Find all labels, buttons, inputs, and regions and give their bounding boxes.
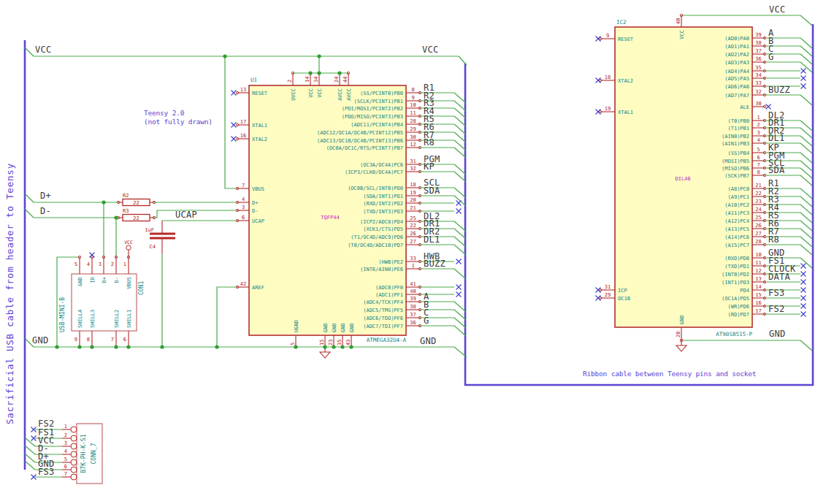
no-connect-icon bbox=[596, 296, 601, 301]
pin-number: 37 bbox=[755, 48, 761, 54]
pin-number: 28 bbox=[755, 239, 761, 245]
ic-ic2[interactable]: IC2AT90S8515-PDIL409RESET18XTAL219XTAL13… bbox=[596, 14, 813, 341]
junction-dot bbox=[340, 345, 344, 348]
net-label[interactable]: G bbox=[768, 52, 774, 62]
pin-name: GND bbox=[349, 323, 355, 332]
pin-number: 18 bbox=[410, 182, 416, 188]
net-label[interactable]: GND bbox=[32, 335, 49, 345]
no-connect-icon bbox=[596, 110, 601, 115]
net-label[interactable]: BUZZ bbox=[768, 85, 790, 95]
junction-dot bbox=[114, 345, 118, 348]
no-connect-icon bbox=[801, 296, 806, 301]
pin-name: (ADC13/OC1B/OC4B/PCINT13)PB6 bbox=[317, 138, 403, 144]
pin-number: 2 bbox=[757, 122, 760, 128]
pin-number: 6 bbox=[242, 215, 245, 221]
resistor-r2[interactable]: R222 bbox=[117, 193, 155, 206]
net-label[interactable]: FS2 bbox=[768, 304, 785, 314]
no-connect-icon bbox=[801, 312, 806, 317]
pin-name: ALE bbox=[740, 104, 749, 110]
pin-number: 11 bbox=[755, 260, 761, 266]
pin-number: 38 bbox=[410, 304, 416, 310]
pin-name: (OC0A/OC1C/RTS/PCINT7)PB7 bbox=[326, 145, 403, 151]
connector-conn7[interactable]: 1234567B7K-PH-K-S1CONN_7 bbox=[62, 424, 102, 484]
bus-entry bbox=[800, 213, 812, 223]
net-label[interactable]: GND bbox=[420, 336, 437, 346]
pin-number: 21 bbox=[410, 205, 416, 211]
net-label[interactable]: R8 bbox=[768, 234, 779, 245]
pin-name: (RXD/INT2)PD2 bbox=[363, 201, 403, 207]
pin-circle bbox=[71, 474, 77, 480]
pin-name: VCC bbox=[308, 88, 314, 98]
net-label[interactable]: UCAP bbox=[175, 210, 197, 220]
pin-name: UGND bbox=[294, 320, 299, 332]
no-connect-icon bbox=[801, 280, 806, 285]
net-label[interactable]: FS3 bbox=[38, 467, 55, 477]
connector-con1[interactable]: USB-MINI-BCON15GND4ID3D+2D-1VBUS9SHELL48… bbox=[59, 256, 145, 347]
net-label[interactable]: DL1 bbox=[424, 234, 440, 245]
pin-number: 2 bbox=[287, 80, 293, 83]
pin-number: 5 bbox=[757, 147, 760, 153]
pin-name: (AIN1)PB3 bbox=[722, 141, 749, 147]
bus-entry bbox=[25, 454, 35, 462]
bus-entry bbox=[800, 95, 812, 105]
pin-number: 31 bbox=[605, 284, 611, 290]
net-label[interactable]: VCC bbox=[422, 45, 439, 55]
pin-name: (RXD)PD0 bbox=[724, 256, 749, 261]
net-label[interactable]: GND bbox=[769, 329, 786, 339]
pin-number: 40 bbox=[676, 18, 681, 24]
net-label[interactable]: SDA bbox=[768, 165, 785, 175]
pin-name: XTAL2 bbox=[252, 137, 267, 142]
pin-number: 7 bbox=[111, 337, 114, 343]
ic-u1[interactable]: U1ATMEGA32U4-ATQFP4413RESET17XTAL116XTAL… bbox=[232, 72, 467, 348]
net-label[interactable]: D- bbox=[40, 206, 51, 216]
bus-entry bbox=[800, 245, 812, 255]
power-symbol-vcc[interactable]: VCC bbox=[124, 240, 133, 257]
pin-name: D- bbox=[114, 277, 120, 283]
pin-number: 1 bbox=[411, 263, 414, 269]
pin-name: (INT1)PD3 bbox=[722, 280, 749, 286]
net-label[interactable]: FS3 bbox=[768, 288, 785, 298]
pin-name: GND bbox=[77, 277, 83, 286]
pin-number: 7 bbox=[64, 471, 67, 477]
capacitor-c4[interactable]: 1uFC4 bbox=[145, 221, 175, 254]
pin-name: (A8)PC0 bbox=[727, 186, 749, 192]
pin-number: 26 bbox=[755, 223, 761, 229]
no-connect-icon bbox=[801, 272, 806, 277]
pin-number: 1 bbox=[123, 261, 126, 267]
pin-number: 18 bbox=[605, 75, 611, 80]
no-connect-icon bbox=[801, 84, 806, 89]
no-connect-icon bbox=[596, 288, 601, 293]
bus-entry bbox=[800, 62, 812, 72]
pin-number: 11 bbox=[410, 110, 416, 116]
pin-number: 34 bbox=[313, 77, 319, 83]
net-label[interactable]: VCC bbox=[35, 45, 52, 55]
pin-name: PD4 bbox=[740, 288, 749, 294]
pin-name: RESET bbox=[252, 91, 268, 96]
no-connect-icon bbox=[456, 285, 462, 290]
net-label[interactable]: DATA bbox=[768, 272, 791, 282]
pin-name: (SCK)PB7 bbox=[724, 173, 749, 179]
pin-number: 4 bbox=[757, 137, 760, 143]
net-label[interactable]: DL1 bbox=[768, 133, 785, 143]
net-label[interactable]: D+ bbox=[40, 191, 51, 201]
net-label[interactable]: SDA bbox=[424, 186, 440, 196]
pin-number: 33 bbox=[410, 256, 416, 261]
pin-name: (AIN0)PB2 bbox=[722, 134, 749, 140]
power-label: VCC bbox=[124, 240, 133, 245]
pin-name: (ICP3/CLK0/OC4A)PC7 bbox=[345, 169, 403, 175]
pin-number: 7 bbox=[757, 162, 760, 168]
pin-number: 4 bbox=[64, 448, 67, 454]
pin-name: (TXD/INT3)PD3 bbox=[363, 209, 403, 215]
net-label[interactable]: KP bbox=[424, 161, 435, 172]
ground-symbol[interactable] bbox=[676, 340, 687, 351]
pin-name: (AD2)PA2 bbox=[724, 52, 749, 58]
pin-number: 20 bbox=[676, 332, 681, 337]
pin-name: (SS/PCINT0)PB0 bbox=[360, 91, 403, 96]
pin-name: (XCK1/CTS)PD5 bbox=[363, 226, 403, 232]
resistor-r3[interactable]: R322 bbox=[117, 208, 155, 221]
pin-name: ID bbox=[90, 277, 96, 283]
net-label[interactable]: VCC bbox=[769, 4, 786, 15]
net-label[interactable]: BUZZ bbox=[424, 259, 445, 269]
net-label[interactable]: G bbox=[424, 316, 429, 326]
net-label[interactable]: R8 bbox=[424, 137, 435, 148]
